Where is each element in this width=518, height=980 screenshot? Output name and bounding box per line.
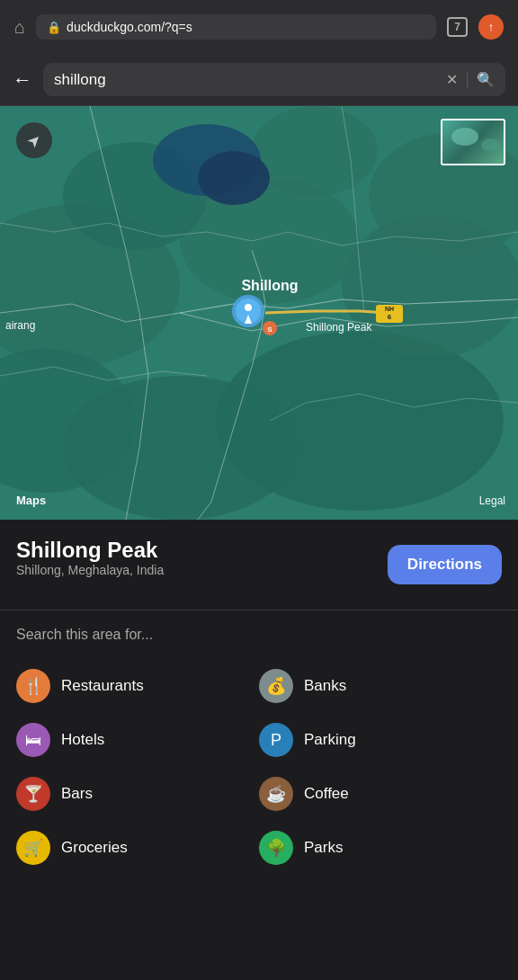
search-input-wrap[interactable]: shillong ✕ | 🔍 xyxy=(43,63,505,96)
clear-icon[interactable]: ✕ xyxy=(446,71,458,88)
url-bar[interactable]: 🔒 duckduckgo.com/?q=s xyxy=(36,14,436,40)
category-icon-banks: 💰 xyxy=(259,669,293,703)
svg-text:S: S xyxy=(267,325,272,334)
svg-point-11 xyxy=(198,151,270,205)
svg-text:NH: NH xyxy=(385,306,394,312)
tab-count-badge[interactable]: 7 xyxy=(447,17,468,37)
map-svg: Shillong Shillong Peak airang S NH 6 xyxy=(0,106,518,520)
category-item-restaurants[interactable]: 🍴Restaurants xyxy=(16,659,259,713)
info-header: Shillong Peak Shillong, Meghalaya, India… xyxy=(16,538,502,592)
search-bar: ← shillong ✕ | 🔍 xyxy=(0,54,518,106)
category-item-parking[interactable]: PParking xyxy=(259,713,502,767)
category-label-banks: Banks xyxy=(304,677,346,695)
categories-grid: 🍴Restaurants💰Banks🛏HotelsPParking🍸Bars☕C… xyxy=(16,659,502,875)
home-icon[interactable]: ⌂ xyxy=(14,17,25,38)
svg-text:6: 6 xyxy=(388,313,392,321)
category-icon-hotels: 🛏 xyxy=(16,723,50,757)
category-label-parks: Parks xyxy=(304,839,343,857)
map-thumbnail[interactable] xyxy=(441,119,505,165)
url-text: duckduckgo.com/?q=s xyxy=(67,20,425,34)
divider: | xyxy=(465,70,469,89)
category-icon-coffee: ☕ xyxy=(259,777,293,811)
category-item-groceries[interactable]: 🛒Groceries xyxy=(16,821,259,875)
category-item-bars[interactable]: 🍸Bars xyxy=(16,767,259,821)
category-label-groceries: Groceries xyxy=(61,839,128,857)
place-subtitle: Shillong, Meghalaya, India xyxy=(16,563,164,577)
svg-point-17 xyxy=(245,304,252,311)
browser-chrome: ⌂ 🔒 duckduckgo.com/?q=s 7 ↑ xyxy=(0,0,518,54)
duckduckgo-icon: ↑ xyxy=(478,14,504,40)
category-item-parks[interactable]: 🌳Parks xyxy=(259,821,502,875)
directions-button[interactable]: Directions xyxy=(388,545,502,584)
maps-label: Maps xyxy=(16,494,46,507)
compass-button[interactable]: ➤ xyxy=(16,122,52,158)
svg-text:Shillong: Shillong xyxy=(241,278,298,293)
apple-maps-logo: Maps xyxy=(13,494,46,507)
category-item-coffee[interactable]: ☕Coffee xyxy=(259,767,502,821)
svg-point-9 xyxy=(252,106,378,196)
lock-icon: 🔒 xyxy=(47,21,61,34)
category-item-banks[interactable]: 💰Banks xyxy=(259,659,502,713)
search-area-title: Search this area for... xyxy=(16,627,502,643)
category-icon-groceries: 🛒 xyxy=(16,831,50,865)
category-item-hotels[interactable]: 🛏Hotels xyxy=(16,713,259,767)
category-label-coffee: Coffee xyxy=(304,785,349,803)
legal-link[interactable]: Legal xyxy=(479,494,505,507)
back-button[interactable]: ← xyxy=(13,68,32,92)
category-icon-bars: 🍸 xyxy=(16,777,50,811)
category-label-parking: Parking xyxy=(304,731,356,749)
svg-text:Shillong Peak: Shillong Peak xyxy=(306,321,372,334)
category-label-restaurants: Restaurants xyxy=(61,677,144,695)
category-label-bars: Bars xyxy=(61,785,93,803)
category-icon-restaurants: 🍴 xyxy=(16,669,50,703)
category-label-hotels: Hotels xyxy=(61,731,104,749)
place-name: Shillong Peak xyxy=(16,538,164,563)
info-panel: Shillong Peak Shillong, Meghalaya, India… xyxy=(0,520,518,604)
search-area-section: Search this area for... 🍴Restaurants💰Ban… xyxy=(0,627,518,893)
place-info: Shillong Peak Shillong, Meghalaya, India xyxy=(16,538,164,592)
category-icon-parking: P xyxy=(259,723,293,757)
category-icon-parks: 🌳 xyxy=(259,831,293,865)
divider xyxy=(0,610,518,610)
search-icon[interactable]: 🔍 xyxy=(477,71,495,88)
svg-text:airang: airang xyxy=(5,319,35,332)
map-area[interactable]: Shillong Shillong Peak airang S NH 6 ➤ M… xyxy=(0,106,518,520)
search-input[interactable]: shillong xyxy=(54,71,439,89)
